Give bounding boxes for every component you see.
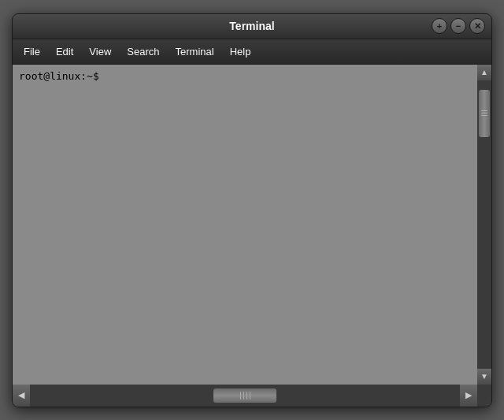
window-controls: + − ✕	[432, 18, 485, 34]
close-icon: ✕	[474, 21, 481, 32]
scroll-track-horizontal[interactable]	[30, 385, 460, 407]
scroll-up-button[interactable]: ▲	[477, 65, 491, 80]
content-area: root@linux:~$ ▲ ▼	[13, 65, 491, 385]
plus-icon: +	[437, 21, 442, 31]
close-button[interactable]: ✕	[469, 18, 485, 34]
scroll-right-button[interactable]: ▶	[460, 385, 477, 407]
terminal-area[interactable]: root@linux:~$	[13, 65, 477, 385]
hgrip-line-3	[246, 392, 247, 400]
down-arrow-icon: ▼	[480, 372, 488, 381]
left-arrow-icon: ◀	[18, 390, 24, 400]
terminal-prompt: root@linux:~$	[19, 69, 471, 84]
hgrip-line-1	[240, 392, 241, 400]
hgrip-line-4	[250, 392, 250, 400]
scrollbar-corner	[477, 385, 491, 407]
scroll-left-button[interactable]: ◀	[13, 385, 30, 407]
menu-view[interactable]: View	[81, 43, 119, 61]
add-tab-button[interactable]: +	[432, 18, 447, 34]
minimize-button[interactable]: −	[450, 18, 466, 34]
vertical-scrollbar[interactable]: ▲ ▼	[477, 65, 491, 385]
menu-edit[interactable]: Edit	[48, 43, 81, 61]
scroll-track-vertical[interactable]	[477, 80, 491, 369]
grip-line-2	[481, 113, 487, 113]
minus-icon: −	[456, 21, 461, 31]
window-title: Terminal	[229, 20, 274, 32]
right-arrow-icon: ▶	[465, 390, 472, 400]
horizontal-scrollbar-area: ◀ ▶	[13, 385, 491, 407]
terminal-window: Terminal + − ✕ File Edit View Search Ter…	[12, 13, 492, 407]
scroll-thumb-grip	[481, 110, 487, 116]
scroll-thumb-vertical[interactable]	[479, 90, 490, 137]
menubar: File Edit View Search Terminal Help	[13, 39, 491, 65]
menu-help[interactable]: Help	[222, 43, 259, 61]
up-arrow-icon: ▲	[480, 68, 488, 76]
menu-terminal[interactable]: Terminal	[168, 43, 222, 61]
grip-line-1	[481, 110, 487, 111]
titlebar: Terminal + − ✕	[13, 14, 491, 39]
menu-search[interactable]: Search	[119, 43, 167, 61]
menu-file[interactable]: File	[16, 43, 48, 61]
scroll-thumb-horizontal[interactable]	[213, 388, 276, 403]
hgrip-line-2	[243, 392, 244, 400]
grip-line-3	[481, 115, 487, 116]
scroll-down-button[interactable]: ▼	[477, 369, 491, 385]
